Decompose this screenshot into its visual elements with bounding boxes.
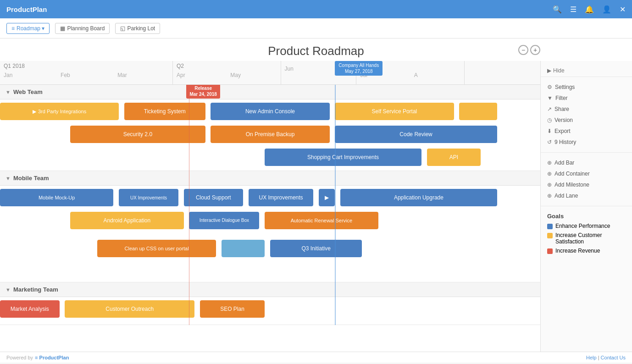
export-icon: ⬇ xyxy=(547,128,552,134)
sidebar-divider-1 xyxy=(541,152,632,153)
bar-ticketing[interactable]: Ticketing System xyxy=(124,103,205,120)
add-bar-label: Add Bar xyxy=(554,160,574,166)
quarter-q2: Q2 Apr May xyxy=(173,61,281,84)
goal-color-enhance xyxy=(547,224,553,229)
timeline-header: Q1 2018 Jan Feb Mar Q2 Apr May xyxy=(0,61,540,85)
version-icon: ◷ xyxy=(547,117,552,123)
goal-enhance-performance: Enhance Performance xyxy=(541,221,632,231)
mobile-team-header[interactable]: ▼ Mobile Team Release Mar 24, 2018 xyxy=(0,171,540,186)
bar-arrow[interactable]: ▶ xyxy=(319,189,335,206)
month-apr: Apr xyxy=(173,71,227,79)
sidebar-item-history[interactable]: ↺ 9 History xyxy=(541,137,632,148)
user-icon[interactable]: 👤 xyxy=(602,5,611,14)
marketing-team-header[interactable]: ▼ Marketing Team xyxy=(0,282,540,297)
right-sidebar: ▶ Hide ⚙ Settings ▼ Filter ↗ Share ◷ Ver… xyxy=(540,61,632,352)
lane-mobile-team: ▼ Mobile Team Release Mar 24, 2018 Mobil… xyxy=(0,171,540,282)
sidebar-item-export[interactable]: ⬇ Export xyxy=(541,126,632,137)
search-icon[interactable]: 🔍 xyxy=(553,5,562,14)
web-team-header[interactable]: ▼ Web Team xyxy=(0,85,540,99)
mobile-team-label: Mobile Team xyxy=(13,175,49,182)
contact-link[interactable]: Contact Us xyxy=(601,355,626,360)
main-layout: Q1 2018 Jan Feb Mar Q2 Apr May xyxy=(0,61,632,352)
table-row: Market Analysis Customer Outreach SEO Pl… xyxy=(0,300,540,321)
goal-label-revenue: Increase Revenue xyxy=(555,248,600,254)
q1-label: Q1 2018 xyxy=(0,61,172,71)
sidebar-item-filter[interactable]: ▼ Filter xyxy=(541,93,632,104)
version-label: Version xyxy=(554,117,573,123)
expand-icon[interactable]: ✕ xyxy=(620,5,626,14)
bar-android[interactable]: Android Application xyxy=(70,212,183,229)
sidebar-item-add-lane[interactable]: ⊕ Add Lane xyxy=(541,190,632,201)
month-may: May xyxy=(227,71,280,79)
parking-lot-tab[interactable]: ◱ Parking Lot xyxy=(115,23,160,34)
bar-self-service[interactable]: Self Service Portal xyxy=(335,103,454,120)
bar-3rd-party[interactable]: ▶ 3rd Party Integrations xyxy=(0,103,119,120)
web-team-rows: ▶ 3rd Party Integrations Ticketing Syste… xyxy=(0,99,540,171)
goal-increase-revenue: Increase Revenue xyxy=(541,246,632,255)
q2-label: Q2 xyxy=(173,61,281,71)
export-label: Export xyxy=(554,128,571,134)
page-title-area: Product Roadmap − + xyxy=(0,39,632,61)
q3-label: Q3 xyxy=(356,61,464,71)
mobile-team-rows: Mobile Mock-Up UX Improvements Cloud Sup… xyxy=(0,186,540,282)
bar-customer-outreach[interactable]: Customer Outreach xyxy=(65,300,194,318)
top-navigation: ProductPlan 🔍 ☰ 🔔 👤 ✕ xyxy=(0,0,632,18)
quarter-q3: Q3 Jul A xyxy=(356,61,465,84)
help-link[interactable]: Help xyxy=(586,355,597,360)
bar-blue-mid[interactable] xyxy=(222,240,265,257)
bar-new-admin[interactable]: New Admin Console xyxy=(211,103,329,120)
month-jun: Jun xyxy=(281,65,356,73)
sidebar-item-share[interactable]: ↗ Share xyxy=(541,104,632,115)
bar-ux-improvements2[interactable]: UX Improvements xyxy=(249,189,313,206)
milestone-date: Mar 24, 2018 xyxy=(189,91,217,97)
bar-onprem[interactable]: On Premise Backup xyxy=(211,126,329,143)
bar-yellow-end[interactable] xyxy=(459,103,497,120)
bar-app-upgrade[interactable]: Application Upgrade xyxy=(340,189,497,206)
add-container-icon: ⊕ xyxy=(547,171,552,177)
zoom-out-button[interactable]: − xyxy=(518,45,528,55)
marketing-team-rows: Market Analysis Customer Outreach SEO Pl… xyxy=(0,297,540,325)
roadmap-tab[interactable]: ≡ Roadmap ▾ xyxy=(6,23,50,34)
month-aug: A xyxy=(410,71,464,79)
sidebar-item-version[interactable]: ◷ Version xyxy=(541,115,632,126)
bar-interactive[interactable]: Interactive Dialogue Box xyxy=(189,212,259,229)
month-mar: Mar xyxy=(114,71,171,79)
hide-sidebar-button[interactable]: ▶ Hide xyxy=(541,65,632,77)
table-row: Clean up CSS on user portal Q3 Initiativ… xyxy=(0,240,540,261)
bar-cleanup-css[interactable]: Clean up CSS on user portal xyxy=(97,240,216,257)
sidebar-item-add-bar[interactable]: ⊕ Add Bar xyxy=(541,157,632,168)
milestone-label: Release xyxy=(189,85,217,91)
history-label: 9 History xyxy=(554,139,576,145)
parking-lot-icon: ◱ xyxy=(120,25,125,32)
bar-code-review[interactable]: Code Review xyxy=(335,126,497,143)
planning-board-label: Planning Board xyxy=(67,25,105,32)
lane-web-team: ▼ Web Team ▶ 3rd Party Integrations Tick… xyxy=(0,85,540,171)
sidebar-item-add-milestone[interactable]: ⊕ Add Milestone xyxy=(541,179,632,190)
hide-label: Hide xyxy=(553,67,565,74)
bell-icon[interactable]: 🔔 xyxy=(585,5,594,14)
bar-auto-renewal[interactable]: Automatic Renewal Service xyxy=(265,212,378,229)
bar-ux-improvements1[interactable]: UX Improvements xyxy=(119,189,178,206)
mobile-team-chevron: ▼ xyxy=(6,176,11,181)
bar-shopping-cart[interactable]: Shopping Cart Improvements xyxy=(265,149,421,166)
sidebar-item-add-container[interactable]: ⊕ Add Container xyxy=(541,168,632,179)
roadmap-area: Q1 2018 Jan Feb Mar Q2 Apr May xyxy=(0,61,540,352)
bar-seo-plan[interactable]: SEO Plan xyxy=(200,300,265,318)
zoom-controls: − + xyxy=(518,45,540,55)
list-icon[interactable]: ☰ xyxy=(570,5,577,14)
bar-api[interactable]: API xyxy=(427,149,481,166)
footer-brand-name: ≡ ProductPlan xyxy=(35,355,69,360)
zoom-in-button[interactable]: + xyxy=(530,45,540,55)
bar-cloud-support[interactable]: Cloud Support xyxy=(184,189,244,206)
table-row: Security 2.0 On Premise Backup Code Revi… xyxy=(0,126,540,147)
planning-board-tab[interactable]: ▦ Planning Board xyxy=(55,23,110,34)
bar-q3-initiative[interactable]: Q3 Initiative xyxy=(270,240,362,257)
powered-by-text: Powered by xyxy=(6,355,33,360)
add-lane-label: Add Lane xyxy=(554,193,578,199)
bar-market-analysis[interactable]: Market Analysis xyxy=(0,300,60,318)
nav-icons: 🔍 ☰ 🔔 👤 ✕ xyxy=(553,5,626,14)
sidebar-item-settings[interactable]: ⚙ Settings xyxy=(541,82,632,93)
bar-mobile-mockup[interactable]: Mobile Mock-Up xyxy=(0,189,113,206)
add-lane-icon: ⊕ xyxy=(547,193,552,199)
bar-security[interactable]: Security 2.0 xyxy=(70,126,205,143)
